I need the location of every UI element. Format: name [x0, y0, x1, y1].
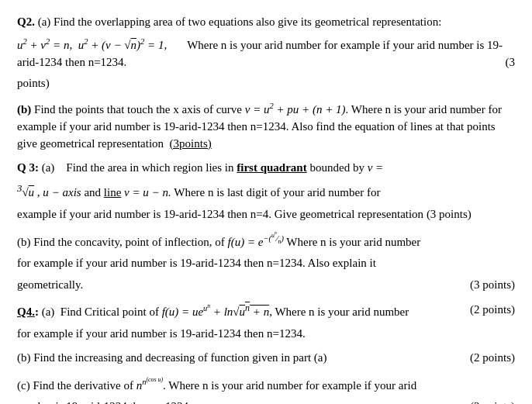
q3a-and: and: [84, 186, 103, 199]
q4b-points: (2 points): [470, 350, 515, 367]
q3-block: Q 3: (a) Find the area in which region l…: [17, 160, 515, 223]
q3b-label: (b) Find the concavity, point of inflect…: [17, 236, 420, 248]
q3a-bounded: bounded by v =: [309, 161, 383, 174]
q3b-line2: for example if your arid number is 19-ar…: [17, 255, 515, 272]
q2-block: Q2. (a) Find the overlapping area of two…: [17, 14, 515, 92]
q4c-label: (c) Find the derivative of nn(cos u). Wh…: [17, 379, 416, 392]
q4c-block: (c) Find the derivative of nn(cos u). Wh…: [17, 375, 515, 404]
q3b-example: for example if your arid number is 19-ar…: [17, 257, 376, 269]
q3a-eq2: v = u − n.: [124, 186, 171, 199]
q4a-text: Q4.: (a) Find Critical point of f(u) = u…: [17, 302, 515, 321]
q4c-line2: number is 19-arid-1234 then n=1234. (2 p…: [17, 399, 515, 404]
q3b-text: (b) Find the concavity, point of inflect…: [17, 231, 515, 251]
q4a-example-text: for example if your arid number is 19-ar…: [17, 327, 306, 340]
q4-block: Q4.: (a) Find Critical point of f(u) = u…: [17, 302, 515, 343]
q2a-equations: u2 + v2 = n, u2 + (v − √n)2 = 1, Where n…: [17, 36, 515, 71]
q3a-first-quadrant: first quadrant: [237, 161, 306, 174]
q3a-points: (3 points): [427, 208, 472, 220]
q3b-line3: geometrically. (3 points): [17, 277, 515, 294]
q2a-label: (a): [38, 16, 54, 28]
q2b-block: (b) Find the points that touch the x axi…: [17, 100, 515, 152]
q2a-eq1: u2 + v2 = n, u2 + (v − √n)2 = 1,: [17, 39, 170, 51]
q3a-where-text: Where n is last digit of your arid numbe…: [174, 186, 380, 199]
q3b-block: (b) Find the concavity, point of inflect…: [17, 231, 515, 294]
q2-label: Q2.: [17, 16, 35, 28]
q4b-block: (b) Find the increasing and decreasing o…: [17, 350, 515, 367]
q3a-eq-line: 3√u , u − axis and line v = u − n. Where…: [17, 181, 515, 202]
q4c-text: (c) Find the derivative of nn(cos u). Wh…: [17, 375, 515, 394]
q3a-example: example if your arid number is 19-arid-1…: [17, 208, 423, 220]
q3a-line-word: line: [104, 186, 122, 199]
q3b-points: (3 points): [470, 277, 515, 294]
q2-header: Q2. (a) Find the overlapping area of two…: [17, 14, 515, 31]
q3a-rest: example if your arid number is 19-arid-1…: [17, 206, 515, 223]
q2a-points-line: points): [17, 75, 515, 92]
q4a-label: (a) Find Critical point of f(u) = ueun +…: [42, 306, 409, 318]
q3a-text: Q 3: (a) Find the area in which region l…: [17, 160, 515, 177]
q3b-geometrically: geometrically.: [17, 278, 83, 291]
q2b-label: (b): [17, 103, 31, 116]
q3-label: Q 3:: [17, 161, 39, 174]
q4-label: Q4.: [17, 306, 35, 318]
q4c-points: (2 points): [470, 399, 515, 404]
q2b-points: (3points): [170, 137, 212, 150]
q4-colon: :: [35, 306, 39, 318]
q2b-text: (b) Find the points that touch the x axi…: [17, 100, 515, 152]
q4b-label: (b) Find the increasing and decreasing o…: [17, 351, 326, 364]
q3a-label: (a) Find the area in which region lies i…: [42, 161, 237, 174]
q2b-content: Find the points that touch the x axis of…: [17, 103, 502, 150]
q3a-cbrt: 3√u , u − axis: [17, 186, 81, 199]
q4a-points: (2 points): [470, 302, 515, 319]
q2a-text: Find the overlapping area of two equatio…: [54, 16, 441, 28]
page-content: Q2. (a) Find the overlapping area of two…: [17, 14, 515, 404]
q2a-points: (3: [506, 54, 516, 71]
q4b-text: (b) Find the increasing and decreasing o…: [17, 350, 515, 367]
q4c-example: number is 19-arid-1234 then n=1234.: [17, 400, 192, 404]
q4a-example: for example if your arid number is 19-ar…: [17, 326, 515, 343]
